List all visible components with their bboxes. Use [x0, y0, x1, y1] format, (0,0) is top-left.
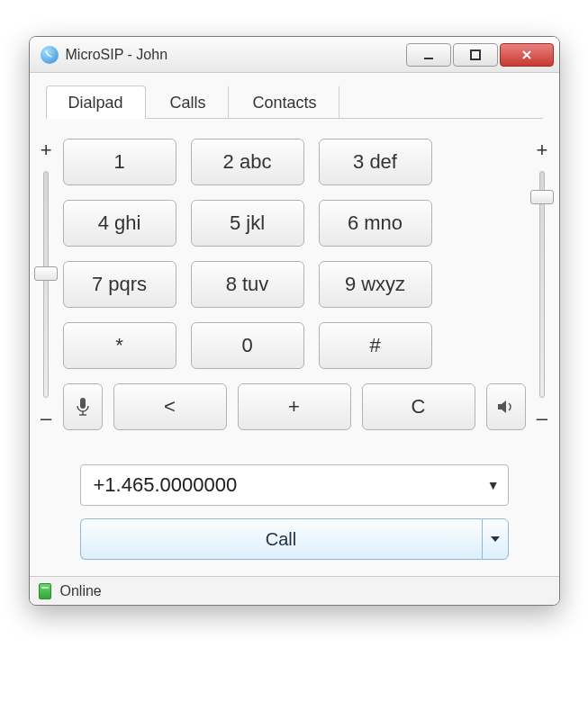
app-icon [41, 46, 59, 64]
titlebar: MicroSIP - John [30, 37, 559, 73]
call-split-button[interactable] [482, 518, 509, 560]
svg-rect-2 [80, 398, 86, 409]
svg-marker-5 [498, 400, 506, 413]
dialpad-panel: + – 1 2 abc 3 def 4 ghi 5 jkl 6 mno 7 pq… [46, 119, 543, 439]
svg-rect-1 [471, 50, 480, 59]
client-area: Dialpad Calls Contacts + – 1 2 abc 3 def… [30, 73, 559, 576]
key-3[interactable]: 3 def [319, 139, 432, 185]
maximize-button[interactable] [453, 43, 498, 67]
keypad-wrap: 1 2 abc 3 def 4 ghi 5 jkl 6 mno 7 pqrs 8… [63, 139, 526, 430]
minimize-button[interactable] [406, 43, 451, 67]
svg-marker-6 [491, 536, 500, 542]
speaker-volume-thumb[interactable] [530, 190, 554, 204]
plus-label-right: + [537, 139, 548, 162]
key-8[interactable]: 8 tuv [191, 261, 304, 308]
speaker-button[interactable] [486, 383, 526, 430]
svg-rect-0 [424, 58, 433, 59]
status-bar: Online [30, 576, 559, 605]
key-1[interactable]: 1 [63, 139, 176, 185]
keypad-bottom-row: < + C [63, 383, 526, 430]
mic-button[interactable] [63, 383, 103, 430]
keypad: 1 2 abc 3 def 4 ghi 5 jkl 6 mno 7 pqrs 8… [63, 139, 526, 369]
speaker-volume-slider[interactable] [539, 171, 545, 398]
mic-volume-thumb[interactable] [34, 266, 58, 281]
tab-dialpad[interactable]: Dialpad [46, 86, 146, 119]
close-button[interactable] [500, 43, 554, 67]
key-4[interactable]: 4 ghi [63, 200, 176, 247]
plus-label: + [41, 139, 52, 162]
number-input[interactable] [80, 464, 509, 506]
key-star[interactable]: * [63, 322, 176, 369]
minus-label-right: – [537, 407, 547, 430]
key-7[interactable]: 7 pqrs [63, 261, 176, 308]
speaker-volume-column: + – [537, 139, 548, 430]
key-9[interactable]: 9 wxyz [319, 261, 432, 308]
call-button[interactable]: Call [80, 518, 482, 560]
tab-bar: Dialpad Calls Contacts [46, 86, 543, 119]
key-2[interactable]: 2 abc [191, 139, 304, 185]
key-clear[interactable]: C [362, 383, 475, 430]
key-plus[interactable]: + [238, 383, 351, 430]
app-window: MicroSIP - John Dialpad Calls Contacts +… [29, 36, 560, 606]
presence-icon [39, 583, 51, 599]
window-title: MicroSIP - John [66, 47, 168, 63]
key-hash[interactable]: # [319, 322, 432, 369]
key-0[interactable]: 0 [191, 322, 304, 369]
key-back[interactable]: < [113, 383, 227, 430]
minus-label: – [41, 407, 51, 430]
call-row: Call [80, 518, 509, 560]
tab-contacts[interactable]: Contacts [231, 86, 339, 118]
mic-volume-slider[interactable] [43, 171, 49, 398]
tab-calls[interactable]: Calls [148, 86, 229, 118]
key-6[interactable]: 6 mno [319, 200, 432, 247]
mic-volume-column: + – [41, 139, 52, 430]
number-entry-wrap: ▼ [80, 464, 509, 506]
status-text: Online [60, 583, 102, 599]
key-5[interactable]: 5 jkl [191, 200, 304, 247]
